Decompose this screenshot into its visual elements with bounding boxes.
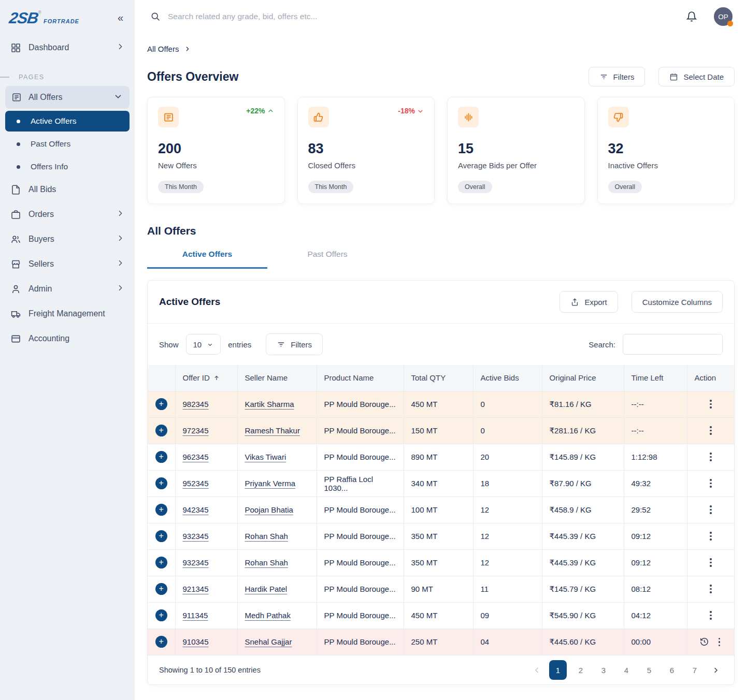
row-actions-button[interactable] <box>708 556 714 569</box>
product-name-cell: PP Mould Borouge... <box>317 497 404 523</box>
seller-name-link[interactable]: Kartik Sharma <box>245 400 294 409</box>
total-qty-cell: 250 MT <box>404 629 473 655</box>
stat-cards: +22% 200 New Offers This Month -18% <box>147 97 735 204</box>
column-time-left[interactable]: Time Left <box>624 365 687 391</box>
expand-row-button[interactable]: + <box>155 583 167 595</box>
column-original-price[interactable]: Original Price <box>542 365 624 391</box>
page-number-button[interactable]: 4 <box>618 660 635 680</box>
sidebar-item-accounting[interactable]: Accounting <box>0 326 135 351</box>
seller-name-link[interactable]: Medh Pathak <box>245 611 291 620</box>
sidebar-item-all-offers[interactable]: All Offers <box>5 86 130 109</box>
offer-id-link[interactable]: 911345 <box>183 611 208 620</box>
tab-active-offers[interactable]: Active Offers <box>147 250 267 269</box>
history-button[interactable] <box>699 637 709 647</box>
offer-id-link[interactable]: 972345 <box>183 426 209 435</box>
row-actions-button[interactable] <box>716 636 723 649</box>
seller-name-link[interactable]: Ramesh Thakur <box>245 426 300 435</box>
sidebar-item-orders[interactable]: Orders <box>0 202 135 227</box>
expand-row-button[interactable]: + <box>155 425 167 436</box>
sidebar-item-all-bids[interactable]: All Bids <box>0 177 135 202</box>
row-actions-button[interactable] <box>708 503 714 516</box>
offer-id-link[interactable]: 952345 <box>183 479 209 488</box>
row-actions-button[interactable] <box>708 424 714 437</box>
trend-value: +22% <box>246 107 265 115</box>
sidebar-item-admin[interactable]: Admin <box>0 276 135 301</box>
row-actions-button[interactable] <box>708 398 714 411</box>
breadcrumb-item[interactable]: All Offers <box>147 45 179 53</box>
expand-row-button[interactable]: + <box>155 636 167 648</box>
expand-row-button[interactable]: + <box>155 398 167 410</box>
offer-id-link[interactable]: 932345 <box>183 558 209 567</box>
column-active-bids[interactable]: Active Bids <box>473 365 542 391</box>
export-button[interactable]: Export <box>560 291 618 313</box>
seller-name-link[interactable]: Hardik Patel <box>245 585 288 593</box>
table-row: + 932345 Rohan Shah PP Mould Borouge... … <box>148 549 734 576</box>
expand-row-button[interactable]: + <box>155 477 167 489</box>
row-actions-button[interactable] <box>708 609 714 622</box>
seller-name-link[interactable]: Rohan Shah <box>245 532 288 541</box>
offer-id-link[interactable]: 921345 <box>183 585 209 593</box>
page-number-button[interactable]: 2 <box>572 660 590 680</box>
sidebar-item-label: Past Offers <box>31 139 70 149</box>
product-name-cell: PP Mould Borouge... <box>317 417 404 444</box>
expand-row-button[interactable]: + <box>155 504 167 516</box>
seller-name-link[interactable]: Rohan Shah <box>245 558 288 567</box>
time-left-cell: --:-- <box>624 417 687 444</box>
row-actions-button[interactable] <box>708 450 714 463</box>
sidebar-item-active-offers[interactable]: Active Offers <box>5 111 130 132</box>
seller-name-link[interactable]: Priyank Verma <box>245 479 296 488</box>
page-number-button[interactable]: 7 <box>686 660 704 680</box>
sidebar-item-offers-info[interactable]: Offers Info <box>5 156 130 177</box>
filters-button[interactable]: Filters <box>589 67 645 86</box>
page-number-button[interactable]: 5 <box>640 660 658 680</box>
offer-id-link[interactable]: 910345 <box>183 637 209 646</box>
offer-id-link[interactable]: 982345 <box>183 400 209 409</box>
expand-row-button[interactable]: + <box>155 609 167 621</box>
table-search-input[interactable] <box>623 334 723 355</box>
select-date-button[interactable]: Select Date <box>658 67 735 86</box>
trend-indicator[interactable]: +22% <box>246 107 274 115</box>
tab-past-offers[interactable]: Past Offers <box>267 250 388 269</box>
expand-row-button[interactable]: + <box>155 557 167 568</box>
page-size-select[interactable]: 10 <box>186 334 221 355</box>
sidebar-item-past-offers[interactable]: Past Offers <box>5 134 130 154</box>
column-product-name[interactable]: Product Name <box>317 365 404 391</box>
sidebar-item-sellers[interactable]: Sellers <box>0 252 135 276</box>
sidebar-item-freight-management[interactable]: Freight Management <box>0 301 135 326</box>
expand-row-button[interactable]: + <box>155 451 167 463</box>
next-page-button[interactable] <box>709 664 723 676</box>
expand-row-button[interactable]: + <box>155 530 167 542</box>
previous-page-button[interactable] <box>530 664 544 676</box>
row-actions-button[interactable] <box>708 530 714 543</box>
column-total-qty[interactable]: Total QTY <box>404 365 473 391</box>
offer-id-link[interactable]: 932345 <box>183 532 209 541</box>
column-offer-id[interactable]: Offer ID <box>175 365 237 391</box>
avatar[interactable]: OP <box>714 7 733 26</box>
collapse-sidebar-button[interactable]: « <box>116 10 125 25</box>
table-filters-button[interactable]: Filters <box>266 333 323 355</box>
notifications-button[interactable] <box>686 11 697 22</box>
plus-icon: + <box>159 585 164 593</box>
row-actions-button[interactable] <box>708 582 714 595</box>
plus-icon: + <box>159 453 164 461</box>
trend-indicator[interactable]: -18% <box>398 107 424 115</box>
page-number-button[interactable]: 1 <box>549 660 567 680</box>
global-search-input[interactable] <box>168 12 679 21</box>
seller-name-link[interactable]: Snehal Gajjar <box>245 637 292 646</box>
page-number-button[interactable]: 6 <box>663 660 681 680</box>
customize-columns-button[interactable]: Customize Columns <box>632 291 723 313</box>
offer-id-link[interactable]: 962345 <box>183 453 209 461</box>
seller-name-link[interactable]: Poojan Bhatia <box>245 505 293 514</box>
page-number-button[interactable]: 3 <box>595 660 612 680</box>
offer-id-link[interactable]: 942345 <box>183 505 209 514</box>
column-seller-name[interactable]: Seller Name <box>237 365 317 391</box>
row-actions-button[interactable] <box>708 477 714 490</box>
seller-name-link[interactable]: Vikas Tiwari <box>245 453 286 461</box>
sidebar-item-label: All Offers <box>28 93 106 102</box>
total-qty-cell: 150 MT <box>404 417 473 444</box>
sidebar-item-buyers[interactable]: Buyers <box>0 227 135 252</box>
total-qty-cell: 890 MT <box>404 444 473 470</box>
pagination: Showing 1 to 10 of 150 entries 1234567 <box>148 655 734 684</box>
sidebar-item-dashboard[interactable]: Dashboard <box>0 35 135 60</box>
select-date-button-label: Select Date <box>683 72 724 81</box>
